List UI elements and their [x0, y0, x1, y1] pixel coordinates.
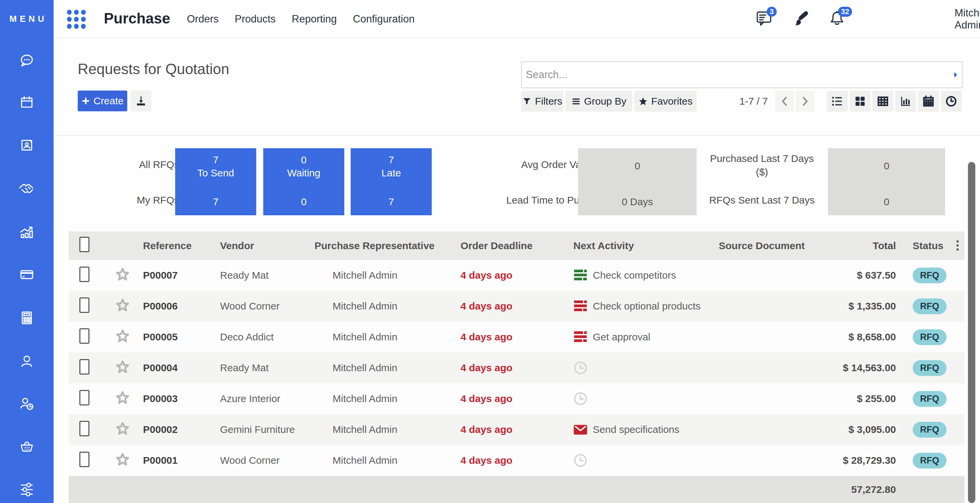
status-badge: RFQ: [913, 453, 947, 468]
sidebar-item-calendar-icon[interactable]: [18, 94, 36, 112]
favorite-star-icon[interactable]: [115, 359, 130, 374]
table-row[interactable]: P00007 Ready Mat Mitchell Admin 4 days a…: [68, 260, 965, 291]
plus-icon: [81, 97, 90, 105]
pager-next-button[interactable]: [796, 91, 815, 112]
menu-label: MENU: [6, 14, 47, 24]
row-checkbox[interactable]: [80, 359, 89, 375]
messages-icon[interactable]: 3: [755, 10, 775, 29]
sidebar-item-handshake-icon[interactable]: [18, 179, 36, 198]
row-checkbox[interactable]: [80, 297, 89, 313]
view-activity-button[interactable]: [941, 91, 962, 112]
nav-reporting[interactable]: Reporting: [292, 13, 337, 25]
header-total[interactable]: Total: [811, 240, 896, 251]
total-cell: $ 28,729.30: [811, 455, 896, 466]
tile-waiting[interactable]: 0 Waiting 0: [263, 148, 344, 215]
header-vendor[interactable]: Vendor: [220, 240, 315, 251]
favorites-button[interactable]: Favorites: [634, 91, 697, 112]
sidebar-item-basket-icon[interactable]: [18, 437, 36, 455]
reference-cell: P00004: [143, 362, 220, 374]
sidebar-item-contact-book-icon[interactable]: [18, 136, 36, 154]
row-checkbox[interactable]: [80, 421, 89, 436]
activity-mail-icon[interactable]: [573, 423, 587, 437]
menu-toggle[interactable]: MENU: [0, 0, 54, 38]
favorite-star-icon[interactable]: [115, 267, 130, 282]
vendor-cell: Wood Corner: [220, 300, 315, 312]
nav-orders[interactable]: Orders: [187, 13, 219, 25]
view-graph-button[interactable]: [895, 91, 916, 112]
tile-late[interactable]: 7 Late 7: [351, 148, 432, 215]
header-reference[interactable]: Reference: [143, 240, 220, 251]
vendor-cell: Azure Interior: [220, 393, 315, 404]
table-row[interactable]: P00006 Wood Corner Mitchell Admin 4 days…: [68, 291, 965, 322]
representative-avatar: [315, 268, 328, 282]
purchase-representative-cell: Mitchell Admin: [315, 423, 461, 436]
header-order-deadline[interactable]: Order Deadline: [461, 240, 573, 251]
table-row[interactable]: P00004 Ready Mat Mitchell Admin 4 days a…: [68, 353, 965, 383]
download-button[interactable]: [130, 91, 151, 111]
header-source-document[interactable]: Source Document: [719, 240, 811, 251]
app-name[interactable]: Purchase: [104, 10, 170, 27]
row-checkbox[interactable]: [80, 390, 89, 406]
my-rfqs-label[interactable]: My RFQs: [87, 195, 179, 206]
status-badge: RFQ: [913, 360, 947, 376]
brush-icon[interactable]: [791, 10, 811, 29]
notifications-bell-icon[interactable]: 32: [827, 10, 847, 29]
total-cell: $ 14,563.00: [811, 362, 896, 374]
table-row[interactable]: P00003 Azure Interior Mitchell Admin 4 d…: [68, 383, 965, 414]
vertical-scrollbar-thumb[interactable]: [968, 162, 975, 503]
view-list-button[interactable]: [827, 91, 848, 112]
sidebar-item-bar-chart-icon[interactable]: [18, 223, 36, 241]
metrics-right-tile: 0 0: [828, 148, 945, 215]
nav-products[interactable]: Products: [235, 13, 276, 25]
favorite-star-icon[interactable]: [115, 329, 130, 343]
order-deadline-cell: 4 days ago: [461, 362, 573, 374]
order-deadline-cell: 4 days ago: [461, 331, 573, 343]
sidebar-item-calculator-icon[interactable]: [18, 309, 36, 327]
vendor-cell: Ready Mat: [220, 270, 315, 281]
tile-to-send[interactable]: 7 To Send 7: [175, 148, 256, 215]
user-name[interactable]: Mitchell Admin: [955, 0, 980, 38]
favorite-star-icon[interactable]: [115, 421, 130, 436]
sidebar-item-sliders-icon[interactable]: [18, 481, 36, 499]
search-dropdown-caret-icon[interactable]: [954, 72, 957, 77]
activity-tasks-red-icon[interactable]: [573, 330, 587, 344]
filters-button[interactable]: Filters: [521, 91, 563, 112]
row-checkbox[interactable]: [80, 328, 89, 344]
all-rfqs-label[interactable]: All RFQs: [87, 159, 179, 170]
favorite-star-icon[interactable]: [115, 298, 130, 313]
optional-columns-icon[interactable]: [953, 236, 963, 255]
search-input[interactable]: [526, 62, 948, 88]
header-next-activity[interactable]: Next Activity: [573, 240, 719, 251]
activity-tasks-red-icon[interactable]: [573, 299, 587, 313]
user-avatar[interactable]: [928, 9, 948, 29]
activity-clock-icon[interactable]: [573, 361, 587, 375]
table-row[interactable]: P00002 Gemini Furniture Mitchell Admin 4…: [68, 414, 965, 445]
sidebar-item-credit-card-icon[interactable]: [18, 265, 36, 284]
sidebar-item-chat-icon[interactable]: [18, 52, 36, 70]
reference-cell: P00002: [143, 424, 220, 435]
pager-previous-button[interactable]: [775, 91, 794, 112]
total-cell: $ 255.00: [811, 393, 896, 404]
page-title: Requests for Quotation: [78, 61, 229, 77]
view-pivot-button[interactable]: [872, 91, 893, 112]
total-cell: $ 637.50: [811, 270, 896, 281]
table-row[interactable]: P00005 Deco Addict Mitchell Admin 4 days…: [68, 322, 965, 353]
row-checkbox[interactable]: [80, 267, 89, 282]
sidebar-item-person-clock-icon[interactable]: [18, 395, 36, 413]
header-purchase-representative[interactable]: Purchase Representative: [315, 240, 461, 251]
create-button[interactable]: Create: [78, 91, 127, 111]
nav-configuration[interactable]: Configuration: [353, 13, 415, 25]
view-calendar-button[interactable]: [918, 91, 939, 112]
favorite-star-icon[interactable]: [115, 390, 130, 405]
sidebar-item-person-icon[interactable]: [18, 352, 36, 370]
select-all-checkbox[interactable]: [80, 237, 89, 252]
activity-clock-icon[interactable]: [573, 392, 587, 406]
apps-grid-icon[interactable]: [67, 10, 86, 29]
activity-tasks-green-icon[interactable]: [573, 268, 587, 283]
group-by-button[interactable]: Group By: [565, 91, 632, 112]
activity-clock-icon[interactable]: [573, 453, 587, 468]
table-row[interactable]: P00001 Wood Corner Mitchell Admin 4 days…: [68, 445, 965, 476]
view-kanban-button[interactable]: [850, 91, 870, 112]
favorite-star-icon[interactable]: [115, 452, 130, 467]
row-checkbox[interactable]: [80, 452, 89, 467]
